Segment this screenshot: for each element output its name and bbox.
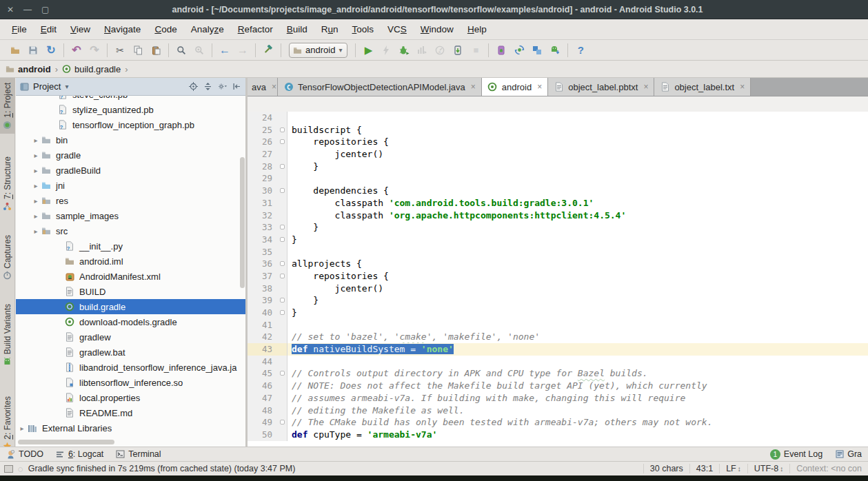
fold-gutter[interactable] (278, 416, 287, 429)
code-line-47[interactable]: 47// assumes armeabi-v7a. If building wi… (248, 392, 868, 405)
status-segment-lf[interactable]: LF↕ (719, 464, 747, 473)
code-line-35[interactable]: 35 (248, 246, 868, 258)
tool-strip-1-project[interactable]: 1: Project (0, 78, 15, 134)
line-number[interactable]: 31 (248, 197, 278, 209)
line-number[interactable]: 32 (248, 209, 278, 222)
menu-code[interactable]: Code (148, 22, 183, 37)
tree-item-sample_images[interactable]: ▸sample_images (16, 208, 245, 223)
code-line-27[interactable]: 27 jcenter() (248, 148, 868, 161)
tree-item-libandroid_tensorflow_inference_java-ja[interactable]: libandroid_tensorflow_inference_java.ja (16, 360, 245, 375)
line-number[interactable]: 50 (248, 429, 278, 441)
code-text[interactable]: repositories { (287, 136, 868, 148)
line-number[interactable]: 26 (248, 136, 278, 148)
undo-icon[interactable]: ↶ (69, 43, 84, 58)
collapse-all-icon[interactable] (203, 82, 212, 91)
expand-arrow-icon[interactable]: ▸ (31, 197, 41, 205)
code-line-39[interactable]: 39 } (248, 294, 868, 307)
code-text[interactable]: // Controls output directory in APK and … (287, 367, 868, 380)
tree-horizontal-scrollbar[interactable] (18, 440, 114, 444)
fold-marker-icon[interactable] (280, 237, 285, 242)
line-number[interactable]: 38 (248, 283, 278, 295)
tree-item-android-iml[interactable]: android.iml (16, 254, 245, 269)
code-text[interactable]: // The CMake build has only been tested … (287, 416, 868, 429)
fold-gutter[interactable] (278, 367, 287, 380)
fold-marker-icon[interactable] (280, 371, 285, 376)
line-number[interactable]: 24 (248, 112, 278, 124)
debug-icon[interactable] (396, 43, 412, 58)
fold-gutter[interactable] (278, 136, 287, 148)
cut-icon[interactable]: ✂ (112, 43, 128, 58)
expand-arrow-icon[interactable]: ▸ (31, 212, 41, 220)
line-number[interactable]: 49 (248, 416, 278, 429)
fold-marker-icon[interactable] (280, 139, 285, 144)
line-number[interactable]: 37 (248, 270, 278, 283)
tree-item-src[interactable]: ▸src (16, 223, 245, 238)
expand-arrow-icon[interactable]: ▸ (31, 167, 41, 174)
fold-marker-icon[interactable] (280, 298, 285, 303)
menu-help[interactable]: Help (461, 22, 493, 37)
menu-build[interactable]: Build (281, 22, 314, 37)
tree-item-res[interactable]: ▸res (16, 193, 245, 208)
tree-item-gradlew[interactable]: gradlew (16, 329, 245, 345)
code-line-28[interactable]: 28 } (248, 161, 868, 173)
code-line-38[interactable]: 38 jcenter() (248, 283, 868, 295)
help-icon[interactable]: ? (573, 43, 588, 58)
menu-run[interactable]: Run (315, 22, 345, 37)
tool-strip-build-variants[interactable]: Build Variants (0, 299, 15, 370)
code-line-46[interactable]: 46// NOTE: Does not affect the Makefile … (248, 380, 868, 392)
tree-item-tensorflow_inception_graph-pb[interactable]: ?tensorflow_inception_graph.pb (16, 117, 245, 132)
fold-gutter[interactable] (278, 258, 287, 270)
code-text[interactable] (287, 319, 868, 331)
code-text[interactable]: // assumes armeabi-v7a. If building with… (287, 392, 868, 405)
tree-item-gradleBuild[interactable]: ▸gradleBuild (16, 163, 245, 178)
line-number[interactable]: 35 (248, 246, 278, 258)
code-line-42[interactable]: 42// set to 'bazel', 'cmake', 'makefile'… (248, 331, 868, 343)
tree-item-jni[interactable]: ▸jni (16, 178, 245, 193)
tool-window-button-gra[interactable]: Gra (829, 449, 868, 459)
tool-window-button-6-logcat[interactable]: 6: Logcat (50, 449, 110, 459)
code-line-37[interactable]: 37 repositories { (248, 270, 868, 283)
fold-marker-icon[interactable] (280, 274, 285, 278)
code-line-48[interactable]: 48// editing the Makefile as well. (248, 405, 868, 417)
code-line-26[interactable]: 26 repositories { (248, 136, 868, 148)
code-line-36[interactable]: 36allprojects { (248, 258, 868, 270)
line-number[interactable]: 30 (248, 185, 278, 197)
hide-panel-icon[interactable] (232, 82, 241, 91)
tree-item-__init__-py[interactable]: ?__init__.py (16, 238, 245, 254)
code-text[interactable]: allprojects { (287, 258, 868, 270)
breadcrumb-item-build-gradle[interactable]: build.gradle (62, 64, 121, 74)
tree-item-AndroidManifest-xml[interactable]: AndroidManifest.xml (16, 269, 245, 284)
tree-item-gradle[interactable]: ▸gradle (16, 147, 245, 163)
code-text[interactable]: } (287, 294, 868, 307)
line-number[interactable]: 42 (248, 331, 278, 343)
editor-tab-ava[interactable]: ava× (248, 78, 278, 96)
close-button[interactable]: ✕ (7, 5, 14, 14)
tree-item-External-Libraries[interactable]: ▸External Libraries (16, 420, 245, 436)
line-number[interactable]: 40 (248, 307, 278, 319)
fold-gutter[interactable] (278, 185, 287, 197)
code-text[interactable]: classpath 'com.android.tools.build:gradl… (287, 197, 868, 209)
tool-window-switcher-icon[interactable] (4, 465, 13, 473)
gradle-sync-icon[interactable] (512, 43, 527, 58)
fold-marker-icon[interactable] (280, 261, 285, 266)
code-text[interactable]: dependencies { (287, 185, 868, 197)
code-line-45[interactable]: 45// Controls output directory in APK an… (248, 367, 868, 380)
expand-arrow-icon[interactable]: ▸ (31, 227, 41, 235)
code-text[interactable]: buildscript { (287, 124, 868, 136)
code-line-32[interactable]: 32 classpath 'org.apache.httpcomponents:… (248, 209, 868, 222)
code-line-40[interactable]: 40} (248, 307, 868, 319)
tree-item-libtensorflow_inference-so[interactable]: libtensorflow_inference.so (16, 375, 245, 390)
fold-gutter[interactable] (278, 307, 287, 319)
code-line-49[interactable]: 49// The CMake build has only been teste… (248, 416, 868, 429)
menu-navigate[interactable]: Navigate (98, 22, 147, 37)
menu-vcs[interactable]: VCS (381, 22, 413, 37)
run-icon[interactable]: ▶ (361, 43, 376, 58)
tree-item-download-models-gradle[interactable]: download-models.gradle (16, 314, 245, 329)
sdk-manager-icon[interactable] (547, 43, 563, 58)
fold-gutter[interactable] (278, 234, 287, 246)
tool-window-button-terminal[interactable]: Terminal (110, 449, 167, 459)
code-text[interactable]: classpath 'org.apache.httpcomponents:htt… (287, 209, 868, 222)
close-tab-icon[interactable]: × (272, 82, 276, 92)
expand-arrow-icon[interactable]: ▸ (31, 136, 41, 144)
status-segment-43-1[interactable]: 43:1 (689, 464, 719, 473)
